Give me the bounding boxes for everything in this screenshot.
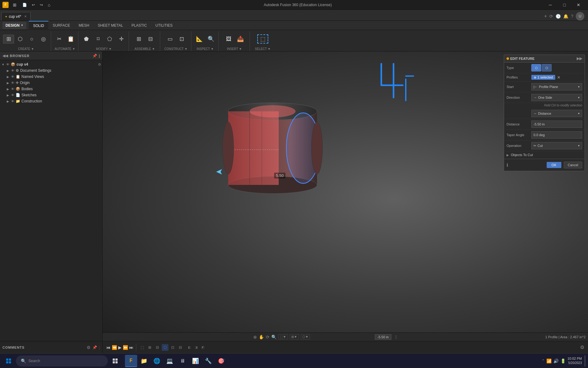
help-icon[interactable]: ? bbox=[571, 14, 573, 19]
home-btn[interactable]: ⌂ bbox=[46, 2, 52, 8]
taper-input[interactable] bbox=[531, 131, 582, 139]
operation-dropdown[interactable]: ✂ Cut ▼ bbox=[531, 142, 582, 149]
tab-sheet-metal[interactable]: SHEET METAL bbox=[93, 21, 127, 30]
nav-icon-2[interactable]: ✋ bbox=[259, 335, 264, 339]
browser-pin-btn[interactable]: 📌 bbox=[92, 54, 97, 58]
tree-visible-origin[interactable]: 👁 bbox=[11, 81, 14, 85]
play-skip-fwd-btn[interactable]: ⏭ bbox=[129, 345, 134, 350]
anim-icon-1[interactable]: ⬚ bbox=[139, 344, 145, 351]
tray-sound-icon[interactable]: 🔊 bbox=[553, 358, 559, 363]
insert-btn1[interactable]: 🖼 bbox=[223, 35, 234, 43]
revolve-btn[interactable]: ○ bbox=[26, 35, 37, 43]
menu-icon[interactable]: ⊞ bbox=[10, 1, 19, 9]
extrude-btn[interactable]: ⬡ bbox=[15, 35, 26, 43]
start-button[interactable] bbox=[2, 355, 15, 367]
objects-to-cut-row[interactable]: ▶ Objects To Cut bbox=[504, 151, 585, 159]
tree-visible-doc[interactable]: 👁 bbox=[11, 69, 14, 72]
tree-visible-sketches[interactable]: 👁 bbox=[11, 93, 14, 97]
panel-expand-btn[interactable]: ▶▶ bbox=[577, 56, 582, 61]
anim-icon-active[interactable]: ⬡ bbox=[162, 344, 168, 351]
timeline-icon-1[interactable]: ◧ bbox=[186, 344, 192, 351]
extent-dropdown[interactable]: ↔ Distance ▼ bbox=[531, 110, 582, 117]
display-mode-btn[interactable]: ⬚▼ bbox=[278, 334, 288, 339]
taskbar-app-dell[interactable]: 🖥 bbox=[176, 355, 189, 367]
tree-item-sketches[interactable]: ▶ 👁 📄 Sketches bbox=[0, 92, 102, 98]
direction-dropdown[interactable]: → One Side ▼ bbox=[531, 94, 582, 101]
construct-btn1[interactable]: ▭ bbox=[165, 35, 176, 43]
play-btn[interactable]: ▶ bbox=[118, 345, 122, 350]
construct-btn2[interactable]: ⊡ bbox=[176, 35, 187, 43]
assemble-btn2[interactable]: ⊟ bbox=[145, 35, 156, 43]
anim-icon-3[interactable]: ⊟ bbox=[154, 344, 161, 351]
tree-visible-construction[interactable]: 👁 bbox=[11, 99, 14, 103]
tree-expand-sketches[interactable]: ▶ bbox=[6, 93, 10, 97]
settings-icon[interactable]: ⚙ bbox=[580, 344, 584, 350]
modify-btn2[interactable]: ⌑ bbox=[92, 35, 104, 43]
active-tab[interactable]: ● cup v4* ✕ bbox=[1, 12, 31, 21]
browser-collapse-icon[interactable]: ◀◀ bbox=[2, 54, 8, 58]
tab-plastic[interactable]: PLASTIC bbox=[127, 21, 151, 30]
inspect-btn[interactable]: 📐 bbox=[194, 35, 205, 43]
tree-expand-arrow[interactable]: ▼ bbox=[1, 63, 5, 66]
taskbar-app-fusion[interactable]: F bbox=[125, 355, 137, 367]
panel-info-icon[interactable]: ℹ bbox=[507, 163, 508, 167]
tray-up-arrow[interactable]: ⌃ bbox=[542, 359, 545, 363]
maximize-btn[interactable]: □ bbox=[557, 0, 571, 10]
inspect-btn2[interactable]: 🔍 bbox=[205, 35, 217, 43]
tab-close-btn[interactable]: ✕ bbox=[24, 15, 27, 18]
automate-btn2[interactable]: 📋 bbox=[65, 35, 76, 43]
comments-pin-icon[interactable]: 📌 bbox=[92, 345, 97, 350]
start-dropdown[interactable]: |← Profile Plane ▼ bbox=[531, 83, 582, 90]
anim-icon-2[interactable]: ⊞ bbox=[146, 344, 153, 351]
tree-expand-origin[interactable]: ▶ bbox=[6, 81, 10, 85]
user-avatar[interactable]: U bbox=[576, 12, 584, 21]
insert-btn2[interactable]: 📥 bbox=[235, 35, 246, 43]
close-btn[interactable]: ✕ bbox=[571, 0, 586, 10]
tree-item-visible-icon[interactable]: 👁 bbox=[6, 63, 9, 66]
move-btn[interactable]: ✛ bbox=[116, 35, 127, 43]
tab-utilities[interactable]: UTILITIES bbox=[151, 21, 177, 30]
timeline-icon-3[interactable]: ◩ bbox=[200, 344, 206, 351]
taskbar-app-code[interactable]: 💻 bbox=[164, 355, 176, 367]
taskbar-app-edge[interactable]: 🌐 bbox=[151, 355, 163, 367]
anim-icon-5[interactable]: ⊡ bbox=[169, 344, 176, 351]
distance-input[interactable] bbox=[531, 121, 582, 128]
profiles-selected-badge[interactable]: ⊕ 1 selected bbox=[531, 75, 555, 80]
browser-divider-handle[interactable]: | bbox=[99, 54, 100, 58]
minimize-btn[interactable]: ─ bbox=[543, 0, 557, 10]
view-btn[interactable]: ⬡▼ bbox=[301, 334, 310, 339]
nav-icon-3[interactable]: ⟳ bbox=[266, 335, 270, 339]
new-tab-btn[interactable]: + bbox=[544, 13, 547, 19]
tree-expand-named-views[interactable]: ▶ bbox=[6, 75, 10, 79]
undo-btn[interactable]: ↩ bbox=[30, 2, 37, 8]
tab-mesh[interactable]: MESH bbox=[74, 21, 94, 30]
automate-btn[interactable]: ✂ bbox=[54, 35, 65, 43]
tree-item-construction[interactable]: ▶ 👁 📁 Construction bbox=[0, 98, 102, 104]
tab-surface[interactable]: SURFACE bbox=[48, 21, 74, 30]
taskbar-app-files[interactable]: 📁 bbox=[138, 355, 150, 367]
show-desktop-btn[interactable] bbox=[584, 355, 586, 366]
play-forward-btn[interactable]: ⏩ bbox=[123, 345, 128, 350]
clock-display[interactable]: 10:02 PM 5/20/2023 bbox=[567, 356, 582, 365]
grid-btn[interactable]: ⊞▼ bbox=[290, 334, 299, 339]
more-btn[interactable]: ⋮ bbox=[394, 335, 398, 339]
taskbar-app-7[interactable]: 🎯 bbox=[215, 355, 227, 367]
tree-item-doc-settings[interactable]: ▶ 👁 ⚙ Document Settings bbox=[0, 67, 102, 74]
modify-btn3[interactable]: ⬠ bbox=[104, 35, 115, 43]
taskbar-search[interactable]: 🔍 Search bbox=[16, 355, 108, 366]
taskbar-app-5[interactable]: 📊 bbox=[189, 355, 202, 367]
notification-icon[interactable]: 🔔 bbox=[563, 14, 568, 19]
taskbar-app-6[interactable]: 🔧 bbox=[202, 355, 214, 367]
nav-icon-4[interactable]: 🔍 bbox=[271, 335, 277, 339]
play-skip-back-btn[interactable]: ⏮ bbox=[106, 345, 111, 350]
cancel-button[interactable]: Cancel bbox=[564, 162, 582, 168]
redo-btn[interactable]: ↪ bbox=[38, 2, 45, 8]
tree-item-cup[interactable]: ▼ 👁 📦 cup v4 ⚙ bbox=[0, 61, 102, 67]
tree-visible-bodies[interactable]: 👁 bbox=[11, 87, 14, 91]
file-menu[interactable]: 📄 bbox=[20, 1, 29, 9]
tree-item-bodies[interactable]: ▶ 👁 📦 Bodies bbox=[0, 86, 102, 92]
task-view-btn[interactable] bbox=[109, 355, 121, 367]
type-btn-2[interactable]: ⬠ bbox=[542, 64, 552, 71]
tab-solid[interactable]: SOLID bbox=[29, 21, 48, 30]
play-back-btn[interactable]: ⏪ bbox=[112, 345, 117, 350]
